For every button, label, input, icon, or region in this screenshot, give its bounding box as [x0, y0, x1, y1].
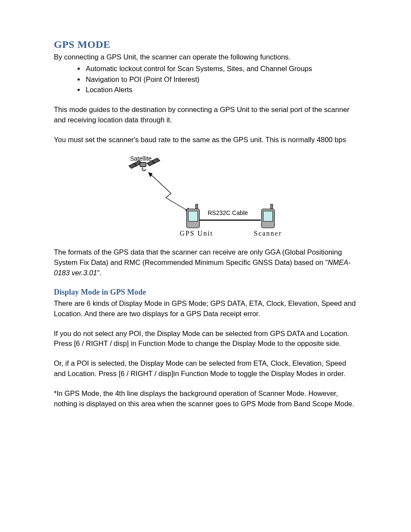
connection-diagram: Satellite [54, 155, 357, 239]
list-item: Navigation to POI (Point Of Interest) [85, 74, 357, 85]
list-item: Automatic lockout control for Scan Syste… [85, 63, 357, 74]
svg-rect-10 [271, 204, 273, 209]
scanner-label: Scanner [254, 230, 282, 237]
cable-label: RS232C Cable [208, 209, 248, 216]
svg-rect-2 [140, 162, 146, 167]
list-item: Location Alerts [85, 84, 357, 95]
body-paragraph: *In GPS Mode, the 4th line displays the … [54, 389, 357, 409]
page-title: GPS MODE [54, 39, 357, 50]
document-page: GPS MODE By connecting a GPS Unit, the s… [0, 0, 411, 445]
body-paragraph: If you do not select any POI, the Displa… [54, 329, 357, 349]
scanner-icon [262, 204, 274, 228]
gps-unit-label: GPS Unit [180, 230, 213, 237]
body-paragraph: There are 6 kinds of Display Mode in GPS… [54, 299, 357, 319]
gps-unit-icon [187, 204, 199, 228]
text-run: The formats of the GPS data that the sca… [54, 248, 342, 266]
satellite-label: Satellite [130, 155, 152, 162]
diagram-svg: Satellite [124, 155, 287, 239]
text-run: ". [97, 269, 101, 277]
svg-marker-5 [149, 173, 152, 177]
svg-rect-9 [188, 211, 198, 221]
svg-rect-12 [263, 211, 273, 221]
body-paragraph: You must set the scanner's baud rate to … [54, 135, 357, 145]
signal-line [149, 173, 189, 212]
section-subtitle: Display Mode in GPS Mode [54, 288, 357, 297]
body-paragraph: This mode guides to the destination by c… [54, 105, 357, 125]
body-paragraph: Or, if a POI is selected, the Display Mo… [54, 358, 357, 379]
feature-bullet-list: Automatic lockout control for Scan Syste… [54, 63, 357, 95]
body-paragraph: The formats of the GPS data that the sca… [54, 247, 357, 278]
svg-rect-7 [196, 204, 198, 209]
intro-paragraph: By connecting a GPS Unit, the scanner ca… [54, 52, 357, 62]
